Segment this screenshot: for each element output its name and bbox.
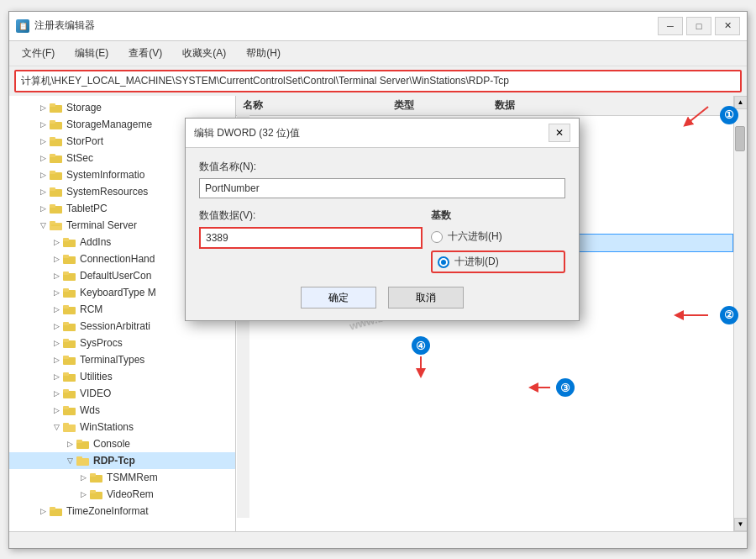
radio-dot: [441, 260, 446, 265]
expand-icon: ▷: [36, 202, 50, 215]
col-header-data: 数据: [495, 98, 727, 113]
folder-icon: [50, 135, 63, 147]
expand-icon: ▷: [36, 101, 50, 114]
folder-icon: [50, 203, 63, 214]
folder-icon: [63, 270, 76, 282]
dialog-body: 数值名称(N): 数值数据(V): 基数 十六进制(H): [186, 148, 579, 320]
name-label: 数值名称(N):: [199, 160, 565, 174]
expand-icon: ▷: [50, 387, 63, 400]
tree-item-winstations[interactable]: ▽ WinStations: [9, 419, 235, 435]
tree-item-wds[interactable]: ▷ Wds: [9, 402, 235, 419]
tree-item-rdptcp[interactable]: ▽ RDP-Tcp: [9, 452, 235, 469]
folder-icon: [63, 388, 76, 399]
tree-item-utilities[interactable]: ▷ Utilities: [9, 368, 235, 385]
folder-icon: [63, 354, 76, 366]
scroll-thumb[interactable]: [735, 126, 745, 151]
svg-rect-48: [90, 490, 96, 493]
scroll-track[interactable]: [734, 109, 747, 518]
folder-icon: [63, 287, 76, 298]
tree-item-videorem[interactable]: ▷ VideoRem: [9, 486, 235, 503]
svg-rect-26: [63, 305, 69, 309]
expand-icon: ▷: [36, 151, 50, 165]
tree-item-storage[interactable]: ▷ Storage: [9, 99, 235, 116]
minimize-button[interactable]: ─: [658, 17, 683, 35]
scroll-up-arrow[interactable]: ▲: [734, 96, 748, 109]
svg-rect-18: [63, 238, 69, 241]
svg-rect-22: [63, 272, 69, 275]
name-input[interactable]: [199, 178, 565, 198]
expand-icon: ▷: [50, 319, 63, 333]
title-bar-left: 📋 注册表编辑器: [16, 18, 95, 33]
expand-icon: ▷: [50, 336, 63, 350]
dialog-base-right: 基数 十六进制(H) 十进制(D): [431, 208, 565, 273]
folder-icon: [63, 236, 76, 248]
svg-rect-38: [63, 406, 69, 409]
folder-icon: [63, 404, 76, 416]
expand-icon: ▽: [36, 219, 50, 232]
expand-icon: ▷: [50, 286, 63, 299]
radio-hex[interactable]: 十六进制(H): [431, 229, 565, 244]
folder-icon: [76, 438, 90, 450]
tree-item-tsmmrem[interactable]: ▷ TSMMRem: [9, 469, 235, 486]
tree-item-timezone[interactable]: ▷ TimeZoneInformat: [9, 503, 235, 519]
registry-header: 名称 类型 数据: [236, 96, 733, 116]
data-label: 数值数据(V):: [199, 208, 423, 223]
svg-rect-36: [63, 389, 69, 393]
dialog-close-button[interactable]: ✕: [549, 124, 570, 142]
radio-group: 十六进制(H) 十进制(D): [431, 229, 565, 273]
tree-item-console[interactable]: ▷ Console: [9, 435, 235, 452]
folder-icon-open: [63, 421, 76, 433]
svg-rect-42: [76, 440, 82, 443]
title-bar: 📋 注册表编辑器 ─ □ ✕: [9, 12, 747, 41]
close-button[interactable]: ✕: [715, 17, 740, 35]
scroll-down-arrow[interactable]: ▼: [734, 518, 748, 531]
right-scrollbar[interactable]: ▲ ▼: [733, 96, 747, 531]
folder-icon: [63, 337, 76, 349]
folder-icon: [50, 169, 63, 181]
folder-icon: [90, 488, 103, 500]
svg-rect-30: [63, 339, 69, 342]
registry-editor-window: 📋 注册表编辑器 ─ □ ✕ 文件(F) 编辑(E) 查看(V) 收藏夹(A) …: [8, 11, 748, 549]
dec-radio-circle[interactable]: [438, 256, 449, 268]
folder-icon: [63, 371, 76, 382]
expand-icon: ▷: [36, 168, 50, 182]
menu-file[interactable]: 文件(F): [13, 43, 64, 64]
folder-icon: [63, 253, 76, 265]
address-bar[interactable]: 计算机\HKEY_LOCAL_MACHINE\SYSTEM\CurrentCon…: [14, 70, 742, 92]
menu-bar: 文件(F) 编辑(E) 查看(V) 收藏夹(A) 帮助(H): [9, 41, 747, 66]
cancel-button[interactable]: 取消: [388, 287, 464, 309]
edit-dword-dialog[interactable]: 编辑 DWORD (32 位)值 ✕ 数值名称(N): 数值数据(V): 基数: [185, 118, 580, 321]
svg-rect-34: [63, 372, 69, 376]
hex-radio-circle[interactable]: [431, 231, 443, 243]
expand-icon: ▽: [63, 454, 76, 467]
expand-icon: ▷: [36, 185, 50, 198]
tree-item-sysprocs[interactable]: ▷ SysProcs: [9, 335, 235, 351]
menu-favorites[interactable]: 收藏夹(A): [173, 43, 235, 64]
folder-icon: [50, 505, 63, 517]
expand-icon: ▷: [50, 303, 63, 316]
maximize-button[interactable]: □: [686, 17, 711, 35]
svg-rect-9: [50, 171, 55, 174]
dialog-buttons: 确定 取消: [199, 287, 565, 309]
svg-rect-20: [63, 255, 69, 258]
folder-icon: [50, 186, 63, 198]
menu-help[interactable]: 帮助(H): [237, 43, 290, 64]
data-input[interactable]: [199, 227, 423, 249]
folder-icon-open: [76, 455, 90, 467]
tree-item-terminaltypes[interactable]: ▷ TerminalTypes: [9, 351, 235, 368]
expand-icon: ▷: [50, 235, 63, 249]
menu-view[interactable]: 查看(V): [119, 43, 171, 64]
expand-icon: ▷: [63, 437, 76, 451]
tree-item-video[interactable]: ▷ VIDEO: [9, 385, 235, 402]
folder-icon: [63, 303, 76, 315]
radio-dec[interactable]: 十进制(D): [431, 250, 565, 273]
hex-radio-label: 十六进制(H): [448, 229, 502, 244]
svg-rect-44: [76, 456, 82, 460]
menu-edit[interactable]: 编辑(E): [66, 43, 118, 64]
expand-icon: ▷: [36, 504, 50, 518]
svg-rect-40: [63, 423, 69, 426]
folder-icon: [90, 472, 103, 483]
svg-rect-46: [90, 473, 96, 477]
col-header-name: 名称: [243, 98, 394, 113]
ok-button[interactable]: 确定: [301, 287, 376, 309]
